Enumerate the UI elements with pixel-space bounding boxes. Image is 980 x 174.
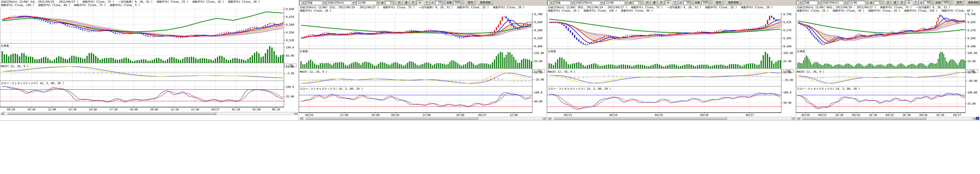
dropdown-arrow-icon[interactable]: ▼: [352, 1, 355, 5]
dropdown-arrow-icon[interactable]: ▼: [799, 1, 802, 5]
period-tick-button[interactable]: T: [913, 0, 919, 5]
spinner-icon[interactable]: ↕: [949, 1, 952, 5]
symbol-dropdown[interactable]: 日経225mini▼: [575, 1, 604, 5]
candle: [461, 38, 462, 38]
ashi-spinner[interactable]: 1↕: [633, 1, 644, 5]
scroll-thumb[interactable]: [305, 117, 478, 120]
market-dropdown[interactable]: 先物▼: [554, 1, 574, 5]
h-scrollbar[interactable]: ◀ ▶: [547, 117, 795, 120]
period-monthly-button[interactable]: 月: [899, 0, 905, 5]
scroll-left-button[interactable]: ◀: [797, 117, 800, 120]
x-axis-label: 09:20: [7, 108, 15, 111]
scroll-left-button[interactable]: ◀: [0, 112, 4, 115]
ashi-spinner[interactable]: 1↕: [385, 1, 395, 5]
spinner-icon[interactable]: ↕: [392, 1, 395, 5]
symbol-dropdown[interactable]: 日経225mini▼: [821, 1, 847, 5]
scroll-left-button[interactable]: ◀: [299, 117, 303, 120]
volume-bar: [123, 58, 124, 63]
multi-symbol-button[interactable]: 複数銘柄: [726, 0, 741, 5]
dropdown-arrow-icon[interactable]: ▼: [600, 1, 603, 5]
spinner-icon[interactable]: ↕: [640, 1, 644, 5]
multi-symbol-button[interactable]: 複数銘柄: [966, 0, 980, 5]
scrollbar-track[interactable]: [551, 117, 792, 120]
period-tick-button[interactable]: T: [424, 0, 430, 5]
volume-tick-label: 25.00: [783, 60, 791, 63]
multi-symbol-button[interactable]: 複数銘柄: [478, 0, 493, 5]
x-axis-label: 12:00: [48, 108, 56, 111]
symbol-dropdown[interactable]: 日経225mini▼: [326, 1, 356, 5]
scroll-thumb[interactable]: [802, 117, 926, 120]
bars-input[interactable]: 500↕: [942, 1, 952, 5]
dropdown-arrow-icon[interactable]: ▼: [301, 1, 305, 5]
active-cell-indicator[interactable]: [976, 117, 979, 120]
period-weekly-button[interactable]: 週: [651, 0, 657, 5]
period-monthly-button[interactable]: 月: [658, 0, 664, 5]
period-weekly-button[interactable]: 週: [403, 0, 409, 5]
period-minute-button[interactable]: 分: [905, 0, 912, 5]
spinner-icon[interactable]: ↕: [460, 1, 464, 5]
h-scrollbar[interactable]: ◀ ▶: [797, 117, 979, 120]
volume-bar: [445, 65, 447, 68]
contract-dropdown[interactable]: 12/06▼: [605, 1, 628, 5]
scrollbar-track[interactable]: [4, 112, 294, 115]
apply-button[interactable]: 適用: [466, 0, 475, 5]
volume-label: 出来高: [1, 44, 9, 47]
instrument-type-dropdown[interactable]: ▼: [299, 1, 305, 5]
instrument-type-dropdown[interactable]: ▼: [797, 1, 802, 5]
scroll-thumb[interactable]: [7, 112, 216, 115]
dropdown-arrow-icon[interactable]: ▼: [570, 1, 574, 5]
scrollbar-track[interactable]: [800, 117, 972, 120]
period-daily-button[interactable]: 日: [644, 0, 651, 5]
minute-input[interactable]: 30↕: [683, 1, 694, 5]
scroll-thumb[interactable]: [554, 117, 727, 120]
scroll-right-button[interactable]: ▶: [972, 117, 976, 120]
bars-input[interactable]: 500↕: [453, 1, 464, 5]
ashi-spinner[interactable]: 1↕: [873, 1, 884, 5]
minute-input[interactable]: 60↕: [924, 1, 934, 5]
market-dropdown[interactable]: 先物▼: [306, 1, 326, 5]
chart-canvas[interactable]: 9,6409,6109,5809,5509,520出来高190.065.00× …: [0, 7, 298, 111]
scrollbar-track[interactable]: [303, 117, 542, 120]
dropdown-arrow-icon[interactable]: ▼: [843, 1, 847, 5]
contract-dropdown[interactable]: 12/06▼: [848, 1, 869, 5]
dropdown-arrow-icon[interactable]: ▼: [549, 1, 553, 5]
minute-input[interactable]: 15↕: [435, 1, 445, 5]
spinner-icon[interactable]: ↕: [442, 1, 445, 5]
spinner-icon[interactable]: ↕: [931, 1, 934, 5]
instrument-type-dropdown[interactable]: ▼: [547, 1, 553, 5]
dropdown-arrow-icon[interactable]: ▼: [817, 1, 821, 5]
period-minute-button[interactable]: 分: [665, 0, 671, 5]
spinner-icon[interactable]: ↕: [881, 1, 884, 5]
chart-canvas[interactable]: 9,7009,6409,5809,5209,460出来高155.0055.00×…: [299, 13, 547, 117]
scroll-left-button[interactable]: ◀: [547, 117, 551, 120]
bars-input[interactable]: 500↕: [701, 1, 712, 5]
market-dropdown[interactable]: 先物▼: [803, 1, 821, 5]
spinner-icon[interactable]: ↕: [708, 1, 712, 5]
apply-button[interactable]: 適用: [954, 0, 963, 5]
candle: [331, 34, 332, 35]
period-monthly-button[interactable]: 月: [410, 0, 416, 5]
h-scrollbar[interactable]: ◀ ▶: [299, 117, 546, 120]
volume-bar: [859, 63, 860, 68]
volume-bar: [851, 65, 852, 68]
period-minute-button[interactable]: 分: [417, 0, 423, 5]
scroll-right-button[interactable]: ▶: [542, 117, 546, 120]
apply-button[interactable]: 適用: [714, 0, 723, 5]
dropdown-arrow-icon[interactable]: ▼: [865, 1, 869, 5]
contract-dropdown[interactable]: 12/06▼: [356, 1, 380, 5]
period-daily-button[interactable]: 日: [885, 0, 891, 5]
period-daily-button[interactable]: 日: [396, 0, 402, 5]
volume-bar: [591, 64, 592, 68]
dropdown-arrow-icon[interactable]: ▼: [624, 1, 628, 5]
candle: [924, 28, 924, 29]
dropdown-arrow-icon[interactable]: ▼: [322, 1, 326, 5]
h-scrollbar[interactable]: ◀ ▶: [0, 112, 298, 115]
spinner-icon[interactable]: ↕: [690, 1, 694, 5]
scroll-right-button[interactable]: ▶: [294, 112, 298, 115]
dropdown-arrow-icon[interactable]: ▼: [376, 1, 380, 5]
period-tick-button[interactable]: T: [672, 0, 678, 5]
chart-canvas[interactable]: 9,7009,6359,5709,5059,440出来高105.0025.00×…: [796, 13, 980, 117]
period-weekly-button[interactable]: 週: [892, 0, 898, 5]
chart-canvas[interactable]: 9,7009,6359,5709,5059,440出来高105.0025.00×…: [547, 13, 795, 117]
scroll-right-button[interactable]: ▶: [792, 117, 795, 120]
